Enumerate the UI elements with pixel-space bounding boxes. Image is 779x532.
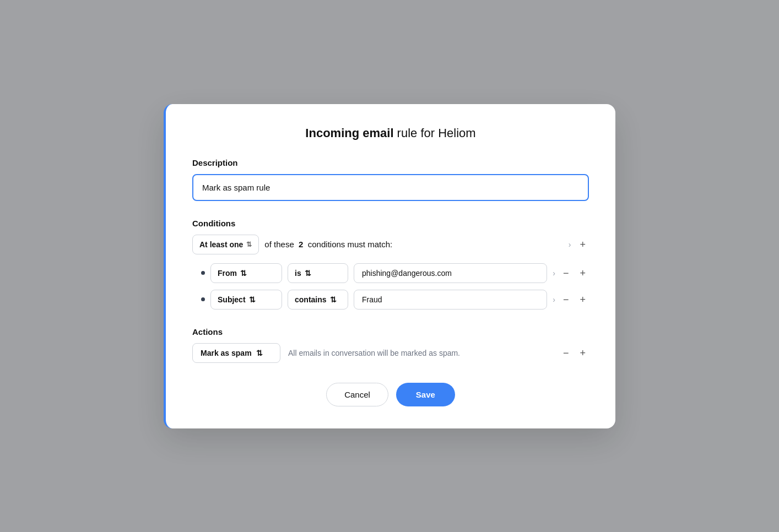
add-action-button[interactable]: + xyxy=(576,347,589,359)
action-chevron-icon: ⇅ xyxy=(256,349,263,357)
condition-field-select-1[interactable]: From ⇅ xyxy=(210,263,282,283)
condition-field-select-2[interactable]: Subject ⇅ xyxy=(210,290,282,310)
condition-operator-select-2[interactable]: contains ⇅ xyxy=(288,290,348,310)
condition-dot xyxy=(201,297,205,301)
operator-chevron-icon: ⇅ xyxy=(330,295,337,304)
condition-value-input-2[interactable] xyxy=(354,290,547,310)
conditions-header: At least one ⇅ of these 2 conditions mus… xyxy=(192,235,589,254)
remove-condition-button-2[interactable]: − xyxy=(560,294,572,306)
operator-chevron-icon: ⇅ xyxy=(305,269,311,278)
action-type-select[interactable]: Mark as spam ⇅ xyxy=(192,343,280,363)
condition-value-input-1[interactable] xyxy=(354,263,547,283)
actions-section: Actions Mark as spam ⇅ All emails in con… xyxy=(192,327,589,363)
condition-row-actions-1: › − + xyxy=(553,267,589,279)
condition-operator-select-1[interactable]: is ⇅ xyxy=(288,263,348,283)
email-rule-modal: Incoming email rule for Heliom Descripti… xyxy=(164,104,615,428)
conditions-label: Conditions xyxy=(192,219,589,228)
match-type-select[interactable]: At least one ⇅ xyxy=(192,235,259,254)
actions-label: Actions xyxy=(192,327,589,336)
action-row: Mark as spam ⇅ All emails in conversatio… xyxy=(192,343,589,363)
conditions-section: Conditions At least one ⇅ of these 2 con… xyxy=(192,219,589,310)
condition-dot xyxy=(201,271,205,275)
save-button[interactable]: Save xyxy=(396,383,455,406)
expand-row-icon[interactable]: › xyxy=(553,269,555,278)
expand-conditions-icon[interactable]: › xyxy=(569,240,571,249)
field-chevron-icon: ⇅ xyxy=(240,269,247,278)
condition-row: From ⇅ is ⇅ › − + xyxy=(192,263,589,283)
condition-row-actions-2: › − + xyxy=(553,294,589,306)
add-condition-button-2[interactable]: + xyxy=(576,294,589,306)
description-section: Description xyxy=(192,158,589,201)
remove-condition-button-1[interactable]: − xyxy=(560,267,572,279)
description-input[interactable] xyxy=(192,174,589,201)
conditions-header-text: of these 2 conditions must match: xyxy=(264,240,562,249)
modal-title: Incoming email rule for Heliom xyxy=(192,126,589,140)
remove-action-button[interactable]: − xyxy=(560,347,572,359)
add-condition-button[interactable]: + xyxy=(576,238,589,251)
expand-row-icon[interactable]: › xyxy=(553,295,555,304)
condition-row: Subject ⇅ contains ⇅ › − + xyxy=(192,290,589,310)
match-type-chevron-icon: ⇅ xyxy=(246,241,252,248)
description-label: Description xyxy=(192,158,589,167)
cancel-button[interactable]: Cancel xyxy=(326,383,388,406)
add-condition-button-1[interactable]: + xyxy=(576,267,589,279)
action-description-text: All emails in conversation will be marke… xyxy=(288,349,552,357)
conditions-header-actions: › + xyxy=(569,238,589,251)
field-chevron-icon: ⇅ xyxy=(249,295,256,304)
footer-buttons: Cancel Save xyxy=(192,383,589,406)
action-row-actions: − + xyxy=(560,347,589,359)
